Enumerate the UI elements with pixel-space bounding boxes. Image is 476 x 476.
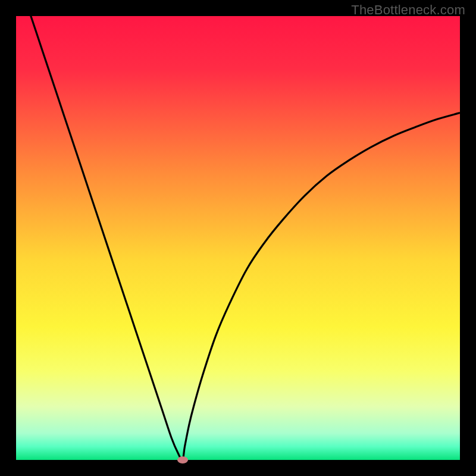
plot-area (16, 16, 460, 460)
watermark-text: TheBottleneck.com (351, 2, 465, 18)
bottleneck-curve (16, 16, 460, 460)
optimum-marker (177, 456, 188, 464)
